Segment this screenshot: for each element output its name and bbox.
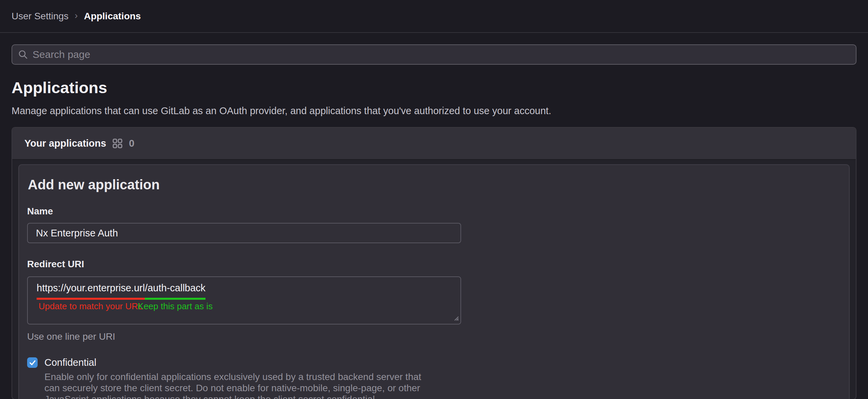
annotation-update-to-match: Update to match your URL — [39, 301, 143, 312]
breadcrumb-current-applications: Applications — [84, 11, 141, 22]
confidential-help-line: Enable only for confidential application… — [44, 371, 841, 382]
redirect-uri-update-text: https://your.enterprise.url — [37, 282, 145, 293]
chevron-right-icon: › — [75, 10, 78, 21]
redirect-uri-textarea[interactable]: https://your.enterprise.url Update to ma… — [27, 276, 461, 324]
redirect-uri-keep-part: /auth-callback Keep this part as is — [145, 282, 205, 300]
add-new-application-title: Add new application — [28, 177, 841, 192]
redirect-uri-update-part: https://your.enterprise.url Update to ma… — [37, 282, 145, 300]
annotation-keep-as-is: Keep this part as is — [138, 301, 213, 312]
your-applications-body: Add new application Name Redirect URI ht… — [12, 160, 856, 399]
page-description: Manage applications that can use GitLab … — [12, 105, 856, 117]
checkmark-icon — [28, 359, 37, 367]
search-input[interactable] — [33, 45, 850, 64]
your-applications-section: Your applications 0 Add new application … — [12, 127, 856, 399]
page-content: Applications Manage applications that ca… — [0, 44, 868, 399]
add-new-application-card: Add new application Name Redirect URI ht… — [18, 164, 850, 399]
application-name-input[interactable] — [27, 223, 461, 243]
confidential-help-line: can securely store the client secret. Do… — [44, 382, 841, 394]
confidential-checkbox[interactable] — [27, 357, 38, 368]
confidential-checkbox-row: Confidential — [27, 357, 841, 368]
applications-count-badge: 0 — [129, 138, 134, 149]
confidential-help-line: JavaScript applications because they can… — [44, 394, 841, 399]
redirect-uri-label: Redirect URI — [27, 259, 841, 270]
search-icon — [18, 49, 28, 60]
confidential-label[interactable]: Confidential — [44, 357, 96, 368]
confidential-help-text: Enable only for confidential application… — [44, 371, 841, 399]
your-applications-header: Your applications 0 — [12, 128, 856, 160]
breadcrumb-link-user-settings[interactable]: User Settings — [12, 11, 68, 22]
uri-help-text: Use one line per URI — [27, 331, 841, 342]
your-applications-title: Your applications — [24, 138, 106, 149]
redirect-uri-keep-text: /auth-callback — [145, 282, 205, 293]
grid-icon — [112, 138, 123, 149]
page-title: Applications — [12, 79, 856, 97]
name-field-label: Name — [27, 206, 841, 217]
breadcrumb: User Settings › Applications — [0, 0, 868, 33]
textarea-resize-handle-icon[interactable] — [453, 315, 459, 323]
search-bar — [12, 44, 856, 65]
